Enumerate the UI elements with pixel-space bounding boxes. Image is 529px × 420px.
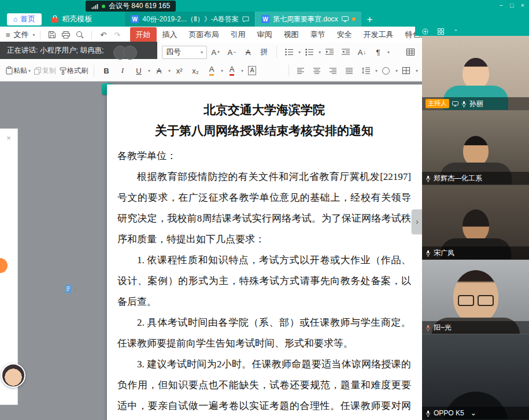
underline-button[interactable]: U xyxy=(131,64,146,78)
close-icon[interactable]: × xyxy=(0,134,17,142)
glasses xyxy=(458,295,494,306)
ribbon-tab-review[interactable]: 审阅 xyxy=(251,27,278,42)
char-border-button[interactable]: A xyxy=(245,64,260,78)
decrease-indent-icon[interactable] xyxy=(322,45,337,59)
redo-button[interactable]: ↷ xyxy=(110,29,124,40)
document-tab-1-title: 40份-2019-2...（Ⅱ）》-A卷答案 xyxy=(142,14,239,24)
divider xyxy=(94,65,94,76)
sort-icon[interactable]: A↓ xyxy=(354,45,369,59)
participant-label-bar: 宋广凤 xyxy=(422,246,529,259)
participant-name: 郑辉杰—化工系 xyxy=(434,174,482,183)
print-button[interactable] xyxy=(59,29,73,40)
undo-button[interactable]: ↶ xyxy=(97,29,110,40)
chevron-down-icon[interactable]: ⌄ xyxy=(471,409,476,417)
print-preview-button[interactable] xyxy=(73,29,87,40)
decrease-font-icon[interactable]: A− xyxy=(224,45,239,59)
participant-video-oppok5[interactable]: OPPO K5 ⌄ xyxy=(422,334,529,420)
ribbon-tab-section[interactable]: 章节 xyxy=(305,27,331,42)
screen-monitor-icon xyxy=(342,16,349,22)
format-painter-button[interactable]: 格式刷 xyxy=(58,64,89,78)
increase-font-icon[interactable]: A+ xyxy=(208,45,223,59)
participant-label-bar: 阳~光 xyxy=(422,321,529,334)
ribbon-tab-home[interactable]: 开始 xyxy=(130,27,157,42)
italic-button[interactable]: I xyxy=(115,64,130,78)
paste-button[interactable]: 粘贴 ▾ xyxy=(5,64,32,78)
chevron-down-icon: ▾ xyxy=(416,68,418,73)
document-page[interactable]: 北京交通大学海滨学院 关于第八周网络授课结束考核安排的通知 各教学单位： 根据教… xyxy=(107,84,423,420)
chevron-down-icon: ▾ xyxy=(221,68,223,73)
circle-plus-icon[interactable] xyxy=(422,28,428,35)
expand-panel-handle[interactable]: › xyxy=(412,209,423,234)
participant-video-songguangfeng[interactable]: 宋广凤 xyxy=(422,185,529,260)
copy-label: 复制 xyxy=(42,66,56,76)
document-paragraph: 根据教育部疫情防控的有关文件和河北省教育厅冀机发[22197]号文的要求，在广泛… xyxy=(117,167,411,250)
align-justify-icon[interactable] xyxy=(342,64,357,78)
chevron-up-icon[interactable]: ⌄ xyxy=(453,28,458,35)
shading-icon[interactable] xyxy=(379,64,394,78)
increase-indent-icon[interactable] xyxy=(338,45,353,59)
document-title-line2: 关于第八周网络授课结束考核安排的通知 xyxy=(117,120,411,141)
wps-doc-icon: W xyxy=(131,15,139,23)
maximize-icon[interactable]: □ xyxy=(510,2,514,9)
superscript-button[interactable]: x² xyxy=(172,64,187,78)
document-salutation: 各教学单位： xyxy=(117,146,411,167)
borders-icon[interactable] xyxy=(399,64,414,78)
tab-home-label: 首页 xyxy=(20,14,35,24)
speaking-toast-text: 正在讲话: 小程序用户; 胡冉惠; xyxy=(7,46,103,56)
numbered-list-icon[interactable] xyxy=(302,45,317,59)
navigation-pane-chip[interactable]: ▾ xyxy=(65,285,76,293)
chevron-down-icon: ▾ xyxy=(319,50,321,55)
ribbon-tab-insert[interactable]: 插入 xyxy=(157,27,183,42)
chevron-down-icon: ▾ xyxy=(28,68,31,73)
bullet-list-icon[interactable] xyxy=(282,45,297,59)
tab-docer[interactable]: 稻壳模板 xyxy=(51,14,92,24)
mic-icon xyxy=(426,249,431,257)
subscript-button[interactable]: x₂ xyxy=(188,64,203,78)
grid-layout-icon[interactable] xyxy=(438,28,444,35)
align-center-icon[interactable] xyxy=(310,64,325,78)
ribbon-tab-dev-tools[interactable]: 开发工具 xyxy=(358,27,399,42)
home-icon: ⌂ xyxy=(13,15,17,23)
new-tab-button[interactable]: + xyxy=(367,14,373,24)
mic-icon xyxy=(461,100,467,108)
font-size-combo[interactable]: 四号 ▾ xyxy=(162,46,207,59)
close-icon[interactable]: × xyxy=(521,2,524,9)
online-dot-icon xyxy=(102,5,105,8)
font-color-button[interactable]: A xyxy=(224,64,239,78)
speaker-avatars xyxy=(113,46,137,60)
participant-video-sunli[interactable]: 主持人 孙丽 xyxy=(422,36,529,110)
participant-video-yangguang[interactable]: 阳~光 xyxy=(422,260,529,334)
align-left-icon[interactable] xyxy=(294,64,309,78)
minimize-icon[interactable]: − xyxy=(499,2,502,9)
save-button[interactable] xyxy=(45,29,59,40)
tab-home[interactable]: ⌂ 首页 xyxy=(7,13,42,25)
ribbon-tab-references[interactable]: 引用 xyxy=(225,27,251,42)
ribbon-tab-page-layout[interactable]: 页面布局 xyxy=(183,27,225,42)
participant-label-bar: 郑辉杰—化工系 xyxy=(422,172,529,185)
file-menu[interactable]: ≡ 文件 ▾ xyxy=(6,30,35,40)
meeting-id-bar[interactable]: 会议号 840 619 165 xyxy=(86,1,176,12)
paragraph-mark-icon[interactable]: ¶ xyxy=(371,45,386,59)
ribbon-tab-view[interactable]: 视图 xyxy=(278,27,305,42)
ribbon-tab-security[interactable]: 安全 xyxy=(331,27,358,42)
document-tab-2[interactable]: W 第七周重要事宜.docx xyxy=(255,12,361,27)
file-menu-label: 文件 xyxy=(14,30,29,40)
line-spacing-icon[interactable] xyxy=(358,64,373,78)
participant-video-zhenghuijie[interactable]: 郑辉杰—化工系 xyxy=(422,110,529,185)
wps-doc-icon: W xyxy=(261,15,269,23)
strikethrough-button[interactable]: A xyxy=(151,64,167,78)
copy-button[interactable]: 复制 xyxy=(33,64,57,78)
clear-format-icon[interactable]: A xyxy=(241,45,256,59)
paste-label: 粘贴 xyxy=(13,66,27,76)
highlight-color-button[interactable]: A xyxy=(204,64,219,78)
document-tab-1[interactable]: W 40份-2019-2...（Ⅱ）》-A卷答案 xyxy=(124,12,255,27)
mic-icon xyxy=(426,324,431,331)
pinyin-guide-icon[interactable]: 拼 xyxy=(257,45,272,59)
chevron-down-icon: ▾ xyxy=(201,50,203,55)
table-grid-icon[interactable] xyxy=(403,45,418,59)
align-right-icon[interactable] xyxy=(326,64,341,78)
unsaved-dot-icon xyxy=(352,17,356,21)
bold-button[interactable]: B xyxy=(99,64,114,78)
font-size-value: 四号 xyxy=(166,47,181,57)
avatar[interactable] xyxy=(1,363,25,388)
